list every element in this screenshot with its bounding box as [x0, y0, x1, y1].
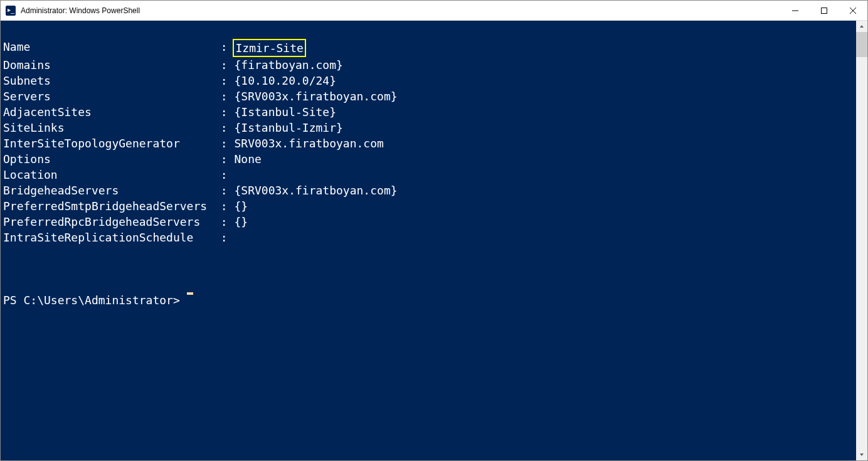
property-name: AdjacentSites: [3, 104, 214, 120]
property-name: IntraSiteReplicationSchedule: [3, 230, 214, 245]
scroll-down-arrow-icon[interactable]: [856, 449, 867, 460]
scroll-up-arrow-icon[interactable]: [856, 21, 867, 32]
separator: :: [214, 88, 235, 104]
terminal-output[interactable]: Name : Izmir-SiteDomains : {firatboyan.c…: [1, 21, 856, 460]
powershell-icon: [6, 6, 16, 16]
property-name: Location: [3, 167, 214, 183]
window-title: Administrator: Windows PowerShell: [21, 6, 140, 15]
property-value: {}: [234, 214, 248, 230]
output-row: InterSiteTopologyGenerator : SRV003x.fir…: [3, 135, 854, 151]
close-icon: [850, 8, 856, 14]
svg-rect-1: [822, 8, 827, 13]
scroll-thumb[interactable]: [856, 32, 867, 57]
property-name: Servers: [3, 88, 214, 104]
output-row: PreferredRpcBridgeheadServers : {}: [3, 214, 854, 230]
window-controls: [781, 1, 867, 21]
separator: :: [214, 73, 235, 88]
blank-line: [3, 277, 854, 292]
output-row: SiteLinks : {Istanbul-Izmir}: [3, 120, 854, 135]
prompt-line[interactable]: PS C:\Users\Administrator>: [3, 292, 854, 308]
svg-marker-5: [860, 453, 864, 456]
blank-line: [3, 23, 854, 39]
separator: :: [214, 230, 235, 245]
output-row: Servers : {SRV003x.firatboyan.com}: [3, 88, 854, 104]
output-row: AdjacentSites : {Istanbul-Site}: [3, 104, 854, 120]
separator: :: [214, 198, 235, 214]
separator: :: [214, 151, 235, 167]
output-row: PreferredSmtpBridgeheadServers : {}: [3, 198, 854, 214]
property-value: {10.10.20.0/24}: [234, 73, 336, 88]
blank-line: [3, 261, 854, 277]
content-area: Name : Izmir-SiteDomains : {firatboyan.c…: [1, 21, 867, 460]
output-row: Options : None: [3, 151, 854, 167]
property-value: {Istanbul-Izmir}: [234, 120, 342, 135]
property-name: Options: [3, 151, 214, 167]
vertical-scrollbar[interactable]: [856, 21, 867, 460]
output-row: Subnets : {10.10.20.0/24}: [3, 73, 854, 88]
titlebar-left: Administrator: Windows PowerShell: [1, 6, 140, 16]
svg-marker-4: [860, 25, 864, 28]
separator: :: [214, 104, 235, 120]
blank-line: [3, 245, 854, 261]
property-value-highlighted: Izmir-Site: [233, 39, 305, 57]
property-value: {firatboyan.com}: [234, 57, 342, 73]
separator: :: [214, 135, 235, 151]
titlebar[interactable]: Administrator: Windows PowerShell: [1, 1, 867, 21]
separator: :: [214, 167, 235, 183]
property-name: PreferredSmtpBridgeheadServers: [3, 198, 214, 214]
scroll-track[interactable]: [856, 32, 867, 449]
output-row: IntraSiteReplicationSchedule :: [3, 230, 854, 245]
maximize-icon: [821, 8, 827, 14]
property-name: InterSiteTopologyGenerator: [3, 135, 214, 151]
property-value: {}: [234, 198, 248, 214]
output-row: Domains : {firatboyan.com}: [3, 57, 854, 73]
property-value: None: [234, 151, 261, 167]
cursor: [187, 292, 193, 295]
separator: :: [214, 214, 235, 230]
separator: :: [214, 57, 235, 73]
property-name: BridgeheadServers: [3, 183, 214, 198]
property-name: SiteLinks: [3, 120, 214, 135]
close-button[interactable]: [839, 1, 867, 21]
output-row: Name : Izmir-Site: [3, 39, 854, 57]
separator: :: [214, 183, 235, 198]
property-name: PreferredRpcBridgeheadServers: [3, 214, 214, 230]
powershell-window: Administrator: Windows PowerShell Name :…: [0, 0, 868, 461]
prompt-text: PS C:\Users\Administrator>: [3, 292, 187, 308]
output-row: Location :: [3, 167, 854, 183]
property-value: {SRV003x.firatboyan.com}: [234, 88, 397, 104]
property-value: {Istanbul-Site}: [234, 104, 336, 120]
minimize-icon: [792, 8, 798, 14]
separator: :: [214, 120, 235, 135]
property-name: Subnets: [3, 73, 214, 88]
maximize-button[interactable]: [810, 1, 839, 21]
property-value: {SRV003x.firatboyan.com}: [234, 183, 397, 198]
property-name: Domains: [3, 57, 214, 73]
property-name: Name: [3, 39, 214, 57]
output-row: BridgeheadServers : {SRV003x.firatboyan.…: [3, 183, 854, 198]
property-value: SRV003x.firatboyan.com: [234, 135, 383, 151]
minimize-button[interactable]: [781, 1, 810, 21]
separator: :: [214, 39, 235, 57]
